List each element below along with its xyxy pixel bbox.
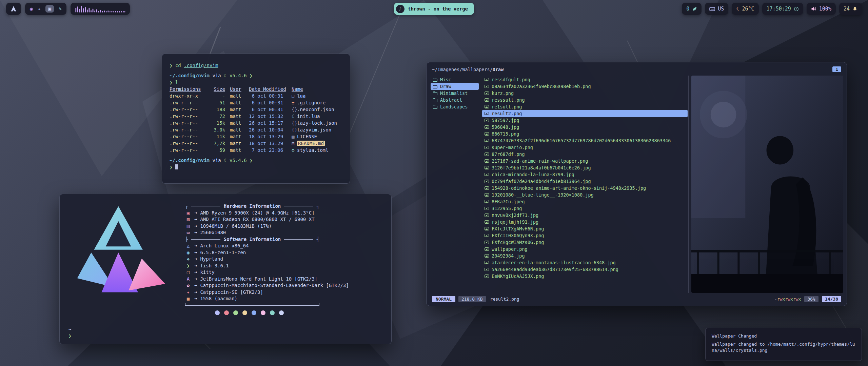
file-item[interactable]: FXfcII0X0AQyn9X.png [482, 232, 688, 239]
listing-row: .rw-r--r--3,0kmatt26 oct 10:04{}lazyvim.… [170, 126, 342, 133]
directory-item[interactable]: Abstract [431, 97, 479, 103]
notification-popup[interactable]: Wallpaper Changed Wallpaper changed to /… [705, 328, 862, 361]
folder-icon [433, 92, 437, 95]
file-name: result2.png [492, 111, 522, 116]
fetch-terminal-window[interactable]: ┌Hardware Information┐ ▣➜AMD Ryzen 9 590… [59, 194, 392, 344]
file-item[interactable]: 217167-sad-anime-rain-wallpaper.png [482, 158, 688, 164]
file-name: 87r687df.png [492, 151, 525, 157]
software-item-icon: ✿ [185, 282, 191, 289]
file-item[interactable]: FXfcJlTXgAMvH6R.png [482, 225, 688, 232]
quicklaunch-icon[interactable]: ✦ [38, 6, 41, 12]
file-item[interactable]: wallpaper.png [482, 246, 688, 252]
arrow-icon: ➜ [194, 289, 197, 296]
media-player-module[interactable]: ♪ thrown - on the verge [394, 3, 474, 15]
file-item[interactable]: EeNKYgIUcAAJ5JX.png [482, 273, 688, 280]
image-file-icon [485, 146, 489, 149]
file-item[interactable]: chica-mirando-la-luna-8799.jpg [482, 171, 688, 178]
image-file-icon [485, 152, 489, 156]
file-item[interactable]: 19201080-__blue-tinge__-1920×1080.jpg [482, 191, 688, 198]
size-cell: 15k [209, 120, 225, 126]
file-item[interactable]: 866715.png [482, 130, 688, 137]
notifications-module[interactable]: 24 [839, 3, 862, 15]
fetch-value: Hyprland [200, 256, 223, 263]
clock-module[interactable]: 17:50:29 [762, 3, 803, 15]
listing-row: .rw-r--r--72matt12 oct 15:32☾init.lua [170, 113, 342, 120]
prompt-symbol: ❯ [170, 63, 172, 68]
terminal-window[interactable]: ❯ cd .config/nvim ~/.config/nvim via ☾ v… [162, 54, 350, 184]
audio-visualizer-module[interactable] [71, 3, 130, 15]
fetch-value: Catppuccin-SE [GTK2/3] [200, 289, 263, 296]
user-cell: matt [225, 106, 244, 113]
file-item[interactable]: kurz.png [482, 90, 688, 97]
file-manager-window[interactable]: ~/Imagenes/Wallpapers/Draw 1 Misc Draw M… [426, 62, 847, 306]
filename-cell: init.lua [297, 113, 342, 120]
image-preview-pane [691, 76, 843, 293]
keyboard-layout-module[interactable]: US [705, 3, 728, 15]
statusbar-center: ♪ thrown - on the verge [394, 3, 474, 15]
file-item[interactable]: super-mario.png [482, 144, 688, 151]
file-name: 596848.jpg [492, 124, 519, 130]
file-item[interactable]: 87r687df.png [482, 151, 688, 158]
arrow-icon: ➜ [194, 249, 197, 256]
file-item[interactable]: atardecer-en-la-montanas-ilustracion-634… [482, 259, 688, 266]
preview-image [691, 76, 843, 293]
tab-badge[interactable]: 1 [832, 66, 841, 72]
directory-item[interactable]: Landscapes [431, 103, 479, 110]
notification-title: Wallpaper Changed [712, 333, 855, 339]
quicklaunch-module: ◉ ✦ ▣ ✎ [25, 3, 66, 15]
permissions-cell: .rw-r--r-- [170, 113, 209, 120]
palette-dot [261, 310, 265, 315]
file-item[interactable]: 8FKa7Cu.jpeg [482, 198, 688, 205]
filename-cell: README.md [297, 140, 342, 147]
quicklaunch-icon[interactable]: ◉ [30, 6, 33, 12]
file-item[interactable]: 154928-odinokoe_anime-art-anime-okno-sin… [482, 185, 688, 191]
volume-module[interactable]: 100% [807, 3, 836, 15]
file-item[interactable]: 20492984.jpg [482, 252, 688, 259]
folder-icon [433, 79, 437, 82]
file-item[interactable]: 596848.jpg [482, 124, 688, 130]
file-name: FXfcJlTXgAMvH6R.png [492, 226, 544, 231]
command-cd: cd [175, 63, 181, 68]
app-launcher-button[interactable] [6, 3, 21, 15]
file-item[interactable]: FXfcHgcWIAMzs0G.png [482, 239, 688, 246]
file-item[interactable]: re1sult.png [482, 103, 688, 110]
fetch-value: Catppuccin-Macchiato-Standard-Lavender-D… [200, 282, 349, 289]
updates-module[interactable]: 0 [682, 3, 702, 15]
file-item[interactable]: 5a266e448add93deab367d87173e9f25-6837886… [482, 266, 688, 273]
file-name: FXfcHgcWIAMzs0G.png [492, 240, 544, 245]
quicklaunch-icon[interactable]: ▣ [45, 5, 54, 13]
image-file-icon [485, 119, 489, 122]
directory-item[interactable]: Minimalist [431, 90, 479, 97]
keyboard-layout-label: US [718, 6, 724, 12]
software-item-icon: ◉ [185, 249, 191, 256]
directory-item[interactable]: Misc [431, 76, 479, 83]
shell-command-line: ❯ l [170, 79, 342, 86]
file-item[interactable]: 587597.jpg [482, 117, 688, 124]
file-manager-statusbar: NORMAL 218.8 KB result2.png -rwxrwxrwx 3… [430, 293, 843, 303]
directory-name: Abstract [440, 97, 462, 103]
size-cell: 59 [209, 147, 225, 154]
file-item[interactable]: 68747470733a2f2f696d616765732d7769786d70… [482, 137, 688, 144]
lua-icon: ☾ [224, 73, 226, 78]
software-section-header: ├Software Information┤ [185, 236, 319, 243]
file-item[interactable]: rsjqojlmjhf91.jpg [482, 219, 688, 225]
listing-row: .rw-r--r--59matt 7 oct 23:06⚙stylua.toml [170, 147, 342, 154]
quicklaunch-icon[interactable]: ✎ [59, 6, 62, 12]
arrow-icon: ➜ [194, 210, 197, 217]
date-cell: 26 oct 10:04 [244, 126, 287, 133]
directory-item[interactable]: Draw [431, 83, 479, 90]
weather-module[interactable]: ☾ 26°C [732, 3, 758, 15]
file-item[interactable]: ressdfgult.png [482, 76, 688, 83]
file-item[interactable]: 0c794faf07de24a4db4d4fb1eb813964.jpg [482, 178, 688, 185]
image-file-icon [485, 193, 489, 197]
file-item[interactable]: 3122955.png [482, 205, 688, 212]
image-file-icon [485, 207, 489, 210]
file-item[interactable]: resssult.png [482, 97, 688, 103]
file-name: 0c794faf07de24a4db4d4fb1eb813964.jpg [492, 179, 591, 184]
file-item[interactable]: result2.png [482, 110, 688, 117]
file-item[interactable]: 08a634fa02a32364f69ebc86a98eb1eb.png [482, 83, 688, 90]
file-item[interactable]: 3126f7e9bbf21a8a4af0b67b041c6e26.jpg [482, 164, 688, 171]
file-item[interactable]: nnvuv0xj2df71.jpg [482, 212, 688, 219]
folder-icon [433, 99, 437, 102]
palette-dot [242, 310, 247, 315]
